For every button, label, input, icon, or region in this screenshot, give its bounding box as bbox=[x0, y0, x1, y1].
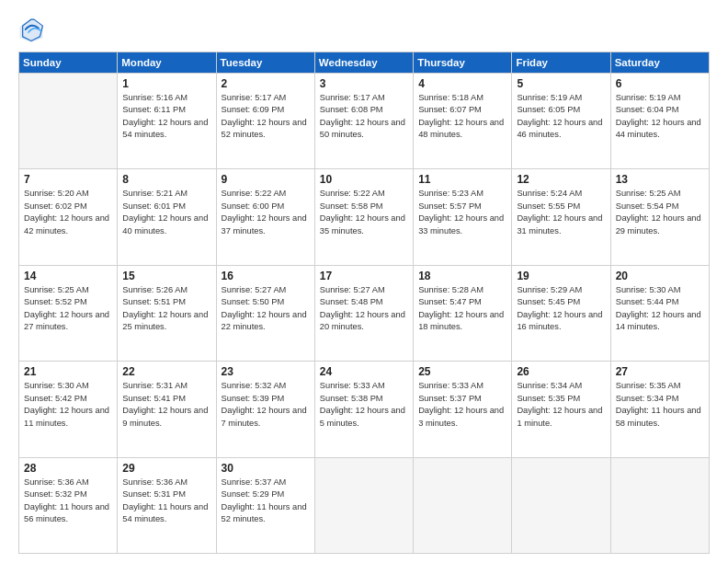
day-info: Sunrise: 5:17 AM Sunset: 6:08 PM Dayligh… bbox=[320, 92, 408, 142]
day-number: 1 bbox=[122, 77, 210, 90]
day-number: 26 bbox=[517, 365, 605, 378]
day-number: 3 bbox=[320, 77, 408, 90]
day-info: Sunrise: 5:27 AM Sunset: 5:48 PM Dayligh… bbox=[320, 284, 408, 334]
day-number: 8 bbox=[122, 173, 210, 186]
day-info: Sunrise: 5:25 AM Sunset: 5:52 PM Dayligh… bbox=[24, 284, 112, 334]
day-info: Sunrise: 5:17 AM Sunset: 6:09 PM Dayligh… bbox=[222, 92, 310, 142]
weekday-header-row: SundayMondayTuesdayWednesdayThursdayFrid… bbox=[19, 52, 710, 74]
day-cell: 18Sunrise: 5:28 AM Sunset: 5:47 PM Dayli… bbox=[414, 265, 512, 361]
weekday-header-thursday: Thursday bbox=[414, 52, 512, 74]
day-cell: 20Sunrise: 5:30 AM Sunset: 5:44 PM Dayli… bbox=[610, 265, 709, 361]
day-number: 15 bbox=[122, 270, 210, 282]
day-cell: 30Sunrise: 5:37 AM Sunset: 5:29 PM Dayli… bbox=[216, 457, 314, 553]
day-info: Sunrise: 5:16 AM Sunset: 6:11 PM Dayligh… bbox=[122, 92, 210, 142]
day-cell bbox=[314, 457, 413, 553]
day-cell: 12Sunrise: 5:24 AM Sunset: 5:55 PM Dayli… bbox=[512, 169, 610, 265]
day-cell bbox=[414, 457, 512, 553]
day-cell: 17Sunrise: 5:27 AM Sunset: 5:48 PM Dayli… bbox=[314, 265, 413, 361]
day-number: 6 bbox=[616, 77, 704, 90]
weekday-header-sunday: Sunday bbox=[19, 52, 118, 74]
day-cell: 5Sunrise: 5:19 AM Sunset: 6:05 PM Daylig… bbox=[512, 74, 610, 169]
day-info: Sunrise: 5:21 AM Sunset: 6:01 PM Dayligh… bbox=[122, 188, 210, 237]
day-cell: 29Sunrise: 5:36 AM Sunset: 5:31 PM Dayli… bbox=[118, 457, 216, 553]
day-cell: 19Sunrise: 5:29 AM Sunset: 5:45 PM Dayli… bbox=[512, 265, 610, 361]
day-number: 23 bbox=[222, 365, 310, 378]
day-cell: 13Sunrise: 5:25 AM Sunset: 5:54 PM Dayli… bbox=[610, 169, 709, 265]
day-cell: 21Sunrise: 5:30 AM Sunset: 5:42 PM Dayli… bbox=[19, 362, 118, 457]
week-row-4: 28Sunrise: 5:36 AM Sunset: 5:32 PM Dayli… bbox=[19, 457, 710, 553]
week-row-2: 14Sunrise: 5:25 AM Sunset: 5:52 PM Dayli… bbox=[19, 265, 710, 361]
day-cell: 9Sunrise: 5:22 AM Sunset: 6:00 PM Daylig… bbox=[216, 169, 314, 265]
day-cell bbox=[19, 74, 118, 169]
day-number: 14 bbox=[24, 270, 112, 282]
day-info: Sunrise: 5:27 AM Sunset: 5:50 PM Dayligh… bbox=[222, 284, 310, 334]
day-info: Sunrise: 5:25 AM Sunset: 5:54 PM Dayligh… bbox=[616, 188, 704, 237]
day-number: 4 bbox=[418, 77, 506, 90]
day-number: 19 bbox=[517, 270, 605, 282]
day-info: Sunrise: 5:33 AM Sunset: 5:37 PM Dayligh… bbox=[418, 380, 506, 430]
day-info: Sunrise: 5:30 AM Sunset: 5:44 PM Dayligh… bbox=[616, 284, 704, 334]
day-info: Sunrise: 5:34 AM Sunset: 5:35 PM Dayligh… bbox=[517, 380, 605, 430]
header bbox=[18, 17, 710, 42]
day-info: Sunrise: 5:18 AM Sunset: 6:07 PM Dayligh… bbox=[418, 92, 506, 142]
day-info: Sunrise: 5:20 AM Sunset: 6:02 PM Dayligh… bbox=[24, 188, 112, 237]
day-info: Sunrise: 5:24 AM Sunset: 5:55 PM Dayligh… bbox=[517, 188, 605, 237]
day-info: Sunrise: 5:31 AM Sunset: 5:41 PM Dayligh… bbox=[122, 380, 210, 430]
week-row-1: 7Sunrise: 5:20 AM Sunset: 6:02 PM Daylig… bbox=[19, 169, 710, 265]
day-info: Sunrise: 5:30 AM Sunset: 5:42 PM Dayligh… bbox=[24, 380, 112, 430]
day-info: Sunrise: 5:26 AM Sunset: 5:51 PM Dayligh… bbox=[122, 284, 210, 334]
day-number: 5 bbox=[517, 77, 605, 90]
weekday-header-monday: Monday bbox=[118, 52, 216, 74]
day-cell: 23Sunrise: 5:32 AM Sunset: 5:39 PM Dayli… bbox=[216, 362, 314, 457]
logo-icon bbox=[18, 17, 44, 42]
logo bbox=[18, 17, 48, 42]
day-info: Sunrise: 5:37 AM Sunset: 5:29 PM Dayligh… bbox=[222, 477, 310, 526]
weekday-header-friday: Friday bbox=[512, 52, 610, 74]
day-number: 13 bbox=[616, 173, 704, 186]
day-number: 27 bbox=[616, 365, 704, 378]
day-cell bbox=[610, 457, 709, 553]
weekday-header-saturday: Saturday bbox=[610, 52, 709, 74]
day-cell: 14Sunrise: 5:25 AM Sunset: 5:52 PM Dayli… bbox=[19, 265, 118, 361]
day-number: 24 bbox=[320, 365, 408, 378]
day-number: 10 bbox=[320, 173, 408, 186]
day-number: 2 bbox=[222, 77, 310, 90]
day-cell: 24Sunrise: 5:33 AM Sunset: 5:38 PM Dayli… bbox=[314, 362, 413, 457]
page: SundayMondayTuesdayWednesdayThursdayFrid… bbox=[0, 0, 728, 563]
day-cell: 27Sunrise: 5:35 AM Sunset: 5:34 PM Dayli… bbox=[610, 362, 709, 457]
day-number: 21 bbox=[24, 365, 112, 378]
day-info: Sunrise: 5:32 AM Sunset: 5:39 PM Dayligh… bbox=[222, 380, 310, 430]
day-info: Sunrise: 5:22 AM Sunset: 5:58 PM Dayligh… bbox=[320, 188, 408, 237]
day-number: 22 bbox=[122, 365, 210, 378]
day-info: Sunrise: 5:29 AM Sunset: 5:45 PM Dayligh… bbox=[517, 284, 605, 334]
day-cell bbox=[512, 457, 610, 553]
day-cell: 3Sunrise: 5:17 AM Sunset: 6:08 PM Daylig… bbox=[314, 74, 413, 169]
day-number: 30 bbox=[222, 462, 310, 475]
day-cell: 26Sunrise: 5:34 AM Sunset: 5:35 PM Dayli… bbox=[512, 362, 610, 457]
day-number: 9 bbox=[222, 173, 310, 186]
day-number: 28 bbox=[24, 462, 112, 475]
day-info: Sunrise: 5:19 AM Sunset: 6:04 PM Dayligh… bbox=[616, 92, 704, 142]
day-cell: 11Sunrise: 5:23 AM Sunset: 5:57 PM Dayli… bbox=[414, 169, 512, 265]
day-cell: 2Sunrise: 5:17 AM Sunset: 6:09 PM Daylig… bbox=[216, 74, 314, 169]
day-cell: 22Sunrise: 5:31 AM Sunset: 5:41 PM Dayli… bbox=[118, 362, 216, 457]
day-number: 12 bbox=[517, 173, 605, 186]
day-info: Sunrise: 5:19 AM Sunset: 6:05 PM Dayligh… bbox=[517, 92, 605, 142]
day-cell: 28Sunrise: 5:36 AM Sunset: 5:32 PM Dayli… bbox=[19, 457, 118, 553]
day-number: 29 bbox=[122, 462, 210, 475]
day-number: 16 bbox=[222, 270, 310, 282]
day-cell: 8Sunrise: 5:21 AM Sunset: 6:01 PM Daylig… bbox=[118, 169, 216, 265]
weekday-header-wednesday: Wednesday bbox=[314, 52, 413, 74]
day-number: 20 bbox=[616, 270, 704, 282]
day-cell: 10Sunrise: 5:22 AM Sunset: 5:58 PM Dayli… bbox=[314, 169, 413, 265]
day-info: Sunrise: 5:36 AM Sunset: 5:31 PM Dayligh… bbox=[122, 477, 210, 526]
day-cell: 15Sunrise: 5:26 AM Sunset: 5:51 PM Dayli… bbox=[118, 265, 216, 361]
day-info: Sunrise: 5:28 AM Sunset: 5:47 PM Dayligh… bbox=[418, 284, 506, 334]
day-cell: 4Sunrise: 5:18 AM Sunset: 6:07 PM Daylig… bbox=[414, 74, 512, 169]
day-cell: 1Sunrise: 5:16 AM Sunset: 6:11 PM Daylig… bbox=[118, 74, 216, 169]
day-number: 11 bbox=[418, 173, 506, 186]
day-cell: 16Sunrise: 5:27 AM Sunset: 5:50 PM Dayli… bbox=[216, 265, 314, 361]
week-row-3: 21Sunrise: 5:30 AM Sunset: 5:42 PM Dayli… bbox=[19, 362, 710, 457]
day-info: Sunrise: 5:22 AM Sunset: 6:00 PM Dayligh… bbox=[222, 188, 310, 237]
day-info: Sunrise: 5:23 AM Sunset: 5:57 PM Dayligh… bbox=[418, 188, 506, 237]
